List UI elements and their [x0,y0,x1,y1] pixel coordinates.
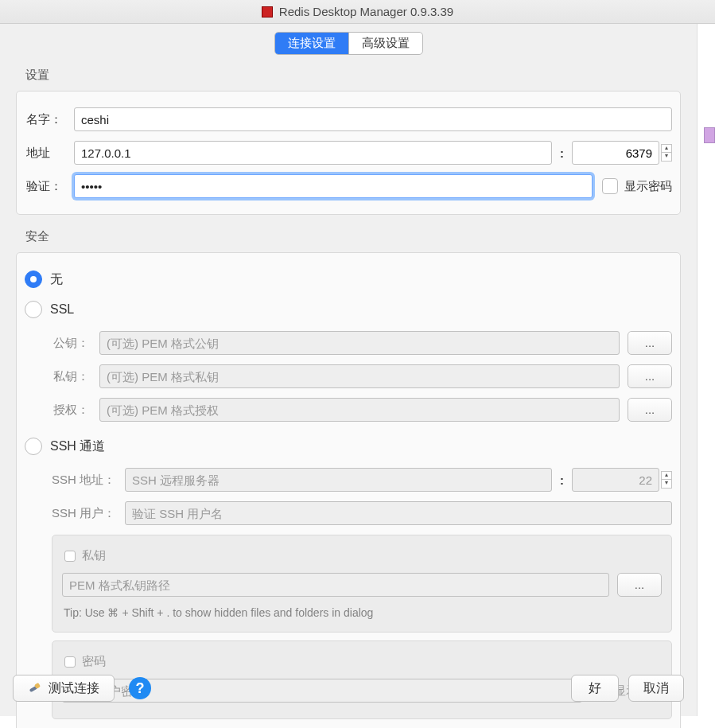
ssh-private-key-checkbox[interactable] [64,551,76,562]
ssl-public-key-input [99,331,620,355]
tabs-row: 连接设置 高级设置 [0,24,697,55]
show-password-checkbox[interactable] [602,178,618,194]
ssh-sub-block: SSH 地址： : ▴▾ SSH 用户： [25,463,672,530]
cancel-button[interactable]: 取消 [628,675,684,702]
app-icon [262,6,273,18]
security-none-label: 无 [50,271,63,288]
ssl-private-key-label: 私钥： [52,369,99,384]
ssh-hidden-files-tip: Tip: Use ⌘ + Shift + . to show hidden fi… [62,601,662,621]
show-password-label: 显示密码 [624,179,672,194]
auth-password-input[interactable] [74,174,593,198]
tab-connection-settings[interactable]: 连接设置 [275,33,348,54]
ssh-private-key-check-label: 私钥 [82,548,106,563]
dialog-footer: 测试连接 ? 好 取消 [0,665,697,716]
ssh-private-key-panel: 私钥 ... Tip: Use ⌘ + Shift + . to show hi… [52,535,672,633]
test-connection-label: 测试连接 [49,680,99,697]
address-input[interactable] [74,141,552,165]
ssl-public-key-label: 公钥： [52,336,99,351]
ssh-address-input [125,468,552,492]
title-bar: Redis Desktop Manager 0.9.3.39 [0,0,715,24]
ssh-port-input [572,468,659,492]
settings-section-title: 设置 [25,68,681,83]
security-ssh-radio[interactable] [25,438,42,455]
address-label: 地址 [25,146,74,161]
ssl-private-key-browse-button[interactable]: ... [628,364,672,388]
window-title: Redis Desktop Manager 0.9.3.39 [279,5,453,18]
tab-switcher: 连接设置 高级设置 [274,32,423,55]
security-ssl-radio[interactable] [25,301,42,318]
ssl-public-key-browse-button[interactable]: ... [628,331,672,355]
ssl-authority-label: 授权： [52,403,99,418]
dialog-window: 连接设置 高级设置 设置 名字： 地址 : ▴▾ 验证： [0,24,698,716]
ssl-private-key-input [99,364,620,388]
test-connection-button[interactable]: 测试连接 [13,675,115,702]
security-none-radio[interactable] [25,271,42,288]
ssh-private-key-path-input [62,573,609,597]
help-button[interactable]: ? [129,677,151,699]
auth-label: 验证： [25,179,74,194]
name-input[interactable] [74,107,672,131]
ssh-address-label: SSH 地址： [52,473,125,488]
port-stepper[interactable]: ▴▾ [661,144,672,162]
tab-advanced-settings[interactable]: 高级设置 [348,33,422,54]
ssl-sub-block: 公钥： ... 私钥： ... 授权： ... [25,326,672,426]
address-port-separator: : [552,146,572,160]
plug-icon [28,681,42,695]
ssl-authority-browse-button[interactable]: ... [628,398,672,422]
connection-settings-group: 名字： 地址 : ▴▾ 验证： 显示密码 [16,91,681,215]
ssh-user-label: SSH 用户： [52,506,125,521]
port-input[interactable] [572,141,659,165]
ok-button[interactable]: 好 [571,675,619,702]
ssh-user-input [125,501,672,525]
ssh-private-key-browse-button[interactable]: ... [617,573,662,597]
ssh-port-stepper: ▴▾ [661,471,672,489]
background-window-edge [704,127,715,143]
security-section-title: 安全 [25,229,681,244]
security-ssl-label: SSL [50,302,74,317]
name-label: 名字： [25,112,74,127]
security-ssh-label: SSH 通道 [50,438,105,455]
security-group: 无 SSL 公钥： ... 私钥： ... 授权： [16,252,681,728]
ssh-address-port-separator: : [552,473,572,487]
ssl-authority-input [99,398,620,422]
